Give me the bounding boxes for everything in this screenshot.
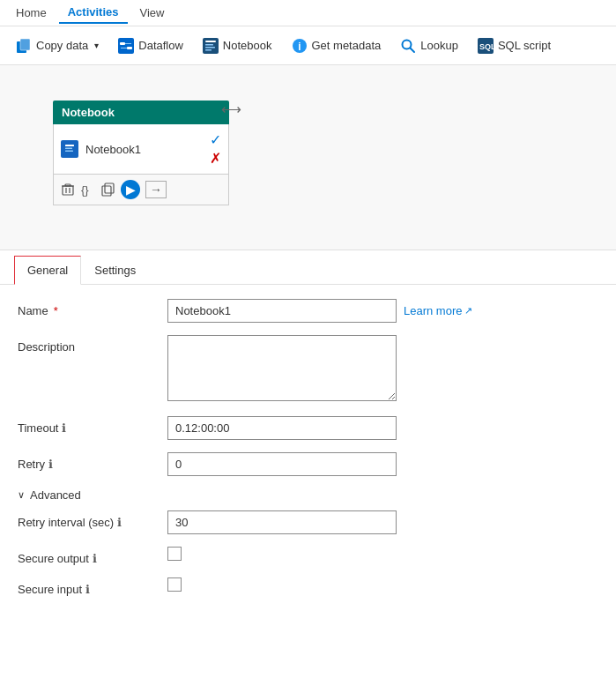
name-input[interactable] bbox=[167, 299, 397, 323]
node-item-icon bbox=[61, 140, 78, 158]
node-item-label: Notebook1 bbox=[85, 143, 141, 156]
copy-icon[interactable] bbox=[101, 183, 115, 197]
get-metadata-button[interactable]: i Get metadata bbox=[283, 34, 390, 58]
tab-general[interactable]: General bbox=[14, 256, 81, 285]
node-resize-handle[interactable]: ⟷ bbox=[221, 101, 241, 117]
lookup-label: Lookup bbox=[420, 39, 458, 52]
timeout-label: Timeout ℹ bbox=[18, 416, 167, 435]
code-icon[interactable]: {} bbox=[80, 182, 96, 197]
svg-rect-20 bbox=[65, 148, 72, 150]
node-x-icon[interactable]: ✗ bbox=[210, 150, 221, 167]
node-actions: {} ▶ → bbox=[53, 175, 229, 205]
svg-rect-11 bbox=[205, 49, 212, 51]
svg-rect-19 bbox=[65, 145, 74, 146]
svg-rect-22 bbox=[63, 186, 73, 195]
retry-interval-control bbox=[167, 510, 598, 534]
sql-script-label: SQL script bbox=[498, 39, 551, 52]
svg-text:SQL: SQL bbox=[479, 42, 494, 51]
retry-interval-label: Retry interval (sec) ℹ bbox=[18, 510, 167, 529]
retry-interval-info-icon[interactable]: ℹ bbox=[117, 516, 122, 529]
info-icon: i bbox=[292, 38, 308, 54]
advanced-section: ∨ Advanced Retry interval (sec) ℹ Secure… bbox=[18, 488, 598, 596]
node-title: Notebook bbox=[62, 106, 115, 119]
node-header: Notebook bbox=[53, 101, 229, 124]
copy-data-button[interactable]: Copy data ▾ bbox=[7, 34, 108, 58]
svg-rect-1 bbox=[20, 39, 30, 50]
copy-data-dropdown-icon: ▾ bbox=[94, 41, 99, 50]
node-body: Notebook1 ✓ ✗ bbox=[53, 124, 229, 175]
svg-rect-8 bbox=[205, 41, 216, 42]
description-row: Description bbox=[18, 335, 598, 404]
notebook-label: Notebook bbox=[223, 39, 272, 52]
svg-rect-29 bbox=[105, 183, 114, 193]
secure-input-label: Secure input ℹ bbox=[18, 577, 167, 596]
description-label: Description bbox=[18, 335, 167, 354]
get-metadata-label: Get metadata bbox=[312, 39, 382, 52]
description-textarea[interactable] bbox=[167, 335, 397, 401]
properties-panel: General Settings Name * Learn more ↗ bbox=[0, 256, 616, 622]
svg-rect-4 bbox=[127, 47, 132, 49]
node-checkmark-icon[interactable]: ✓ bbox=[210, 131, 221, 148]
nav-home[interactable]: Home bbox=[7, 3, 56, 23]
nav-activities[interactable]: Activities bbox=[59, 2, 128, 24]
name-required: * bbox=[54, 304, 58, 317]
sql-script-button[interactable]: SQL SQL script bbox=[469, 34, 560, 58]
external-link-icon: ↗ bbox=[464, 305, 472, 317]
name-control: Learn more ↗ bbox=[167, 299, 598, 323]
canvas-area: Notebook Notebook1 ✓ ✗ {} bbox=[0, 65, 616, 250]
copy-data-icon bbox=[16, 38, 32, 54]
description-control bbox=[167, 335, 598, 404]
secure-output-control bbox=[167, 547, 598, 563]
svg-rect-2 bbox=[118, 38, 134, 54]
retry-info-icon[interactable]: ℹ bbox=[48, 458, 53, 471]
notebook-node[interactable]: Notebook Notebook1 ✓ ✗ {} bbox=[53, 101, 229, 205]
svg-rect-3 bbox=[120, 42, 125, 45]
retry-control bbox=[167, 452, 598, 476]
secure-input-info-icon[interactable]: ℹ bbox=[85, 583, 90, 596]
svg-rect-24 bbox=[65, 184, 71, 186]
copy-data-label: Copy data bbox=[36, 39, 88, 52]
toolbar: Copy data ▾ Dataflow Notebook i Get meta… bbox=[0, 26, 616, 65]
secure-input-control bbox=[167, 577, 598, 594]
learn-more-link[interactable]: Learn more ↗ bbox=[404, 304, 472, 317]
notebook-button[interactable]: Notebook bbox=[194, 34, 281, 58]
run-icon[interactable]: ▶ bbox=[121, 180, 140, 199]
svg-rect-10 bbox=[205, 47, 215, 48]
secure-output-label: Secure output ℹ bbox=[18, 547, 167, 565]
timeout-input[interactable] bbox=[167, 416, 397, 440]
name-row-right: Learn more ↗ bbox=[167, 299, 598, 323]
secure-input-row: Secure input ℹ bbox=[18, 577, 598, 596]
retry-input[interactable] bbox=[167, 452, 397, 476]
name-label: Name * bbox=[18, 299, 167, 317]
dataflow-button[interactable]: Dataflow bbox=[109, 34, 192, 58]
secure-output-info-icon[interactable]: ℹ bbox=[93, 552, 97, 565]
secure-output-checkbox[interactable] bbox=[167, 547, 182, 561]
external-arrow-icon[interactable]: → bbox=[145, 181, 167, 198]
secure-input-checkbox[interactable] bbox=[167, 577, 182, 592]
lookup-icon bbox=[400, 38, 416, 54]
retry-label: Retry ℹ bbox=[18, 452, 167, 471]
node-item: Notebook1 ✓ ✗ bbox=[61, 128, 221, 170]
timeout-row: Timeout ℹ bbox=[18, 416, 598, 440]
svg-rect-28 bbox=[102, 186, 111, 196]
top-navigation: Home Activities View bbox=[0, 0, 616, 26]
secure-output-row: Secure output ℹ bbox=[18, 547, 598, 565]
dataflow-label: Dataflow bbox=[138, 39, 183, 52]
svg-text:i: i bbox=[298, 40, 301, 52]
retry-interval-row: Retry interval (sec) ℹ bbox=[18, 510, 598, 534]
retry-interval-input[interactable] bbox=[167, 510, 397, 534]
svg-rect-21 bbox=[65, 151, 73, 153]
timeout-control bbox=[167, 416, 598, 440]
tab-settings[interactable]: Settings bbox=[81, 256, 149, 285]
svg-rect-7 bbox=[203, 38, 219, 54]
svg-line-15 bbox=[411, 48, 415, 52]
lookup-button[interactable]: Lookup bbox=[391, 34, 467, 58]
form-area: Name * Learn more ↗ Description bbox=[0, 285, 616, 622]
nav-view[interactable]: View bbox=[131, 3, 174, 23]
timeout-info-icon[interactable]: ℹ bbox=[62, 421, 66, 435]
svg-text:{}: {} bbox=[81, 183, 89, 197]
node-item-left: Notebook1 bbox=[61, 140, 141, 158]
retry-row: Retry ℹ bbox=[18, 452, 598, 476]
delete-icon[interactable] bbox=[61, 183, 75, 197]
advanced-toggle[interactable]: ∨ Advanced bbox=[18, 488, 598, 502]
